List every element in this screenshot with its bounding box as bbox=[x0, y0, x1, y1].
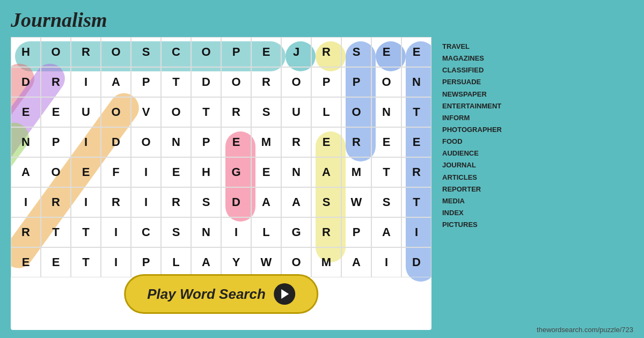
play-icon bbox=[274, 283, 295, 305]
cell-r5-c12: S bbox=[371, 187, 401, 217]
cell-r1-c5: T bbox=[161, 67, 191, 97]
cell-r2-c8: S bbox=[251, 97, 281, 127]
cell-r0-c8: E bbox=[251, 37, 281, 67]
cell-r4-c0: A bbox=[11, 157, 41, 187]
cell-r0-c0: H bbox=[11, 37, 41, 67]
cell-r0-c1: O bbox=[41, 37, 71, 67]
footer-url: thewordsearch.com/puzzle/723 bbox=[537, 326, 633, 334]
cell-r3-c8: M bbox=[251, 127, 281, 157]
cell-r3-c5: N bbox=[161, 127, 191, 157]
cell-r1-c3: A bbox=[101, 67, 131, 97]
cell-r7-c9: O bbox=[281, 247, 311, 277]
cell-r7-c11: A bbox=[341, 247, 371, 277]
cell-r6-c7: I bbox=[221, 217, 251, 247]
cell-r4-c2: E bbox=[71, 157, 101, 187]
cell-r2-c11: O bbox=[341, 97, 371, 127]
word-item: INDEX bbox=[442, 208, 507, 218]
cell-r1-c8: R bbox=[251, 67, 281, 97]
cell-r3-c4: O bbox=[131, 127, 161, 157]
cell-r7-c1: E bbox=[41, 247, 71, 277]
cell-r7-c0: E bbox=[11, 247, 41, 277]
cell-r7-c7: Y bbox=[221, 247, 251, 277]
play-button[interactable]: Play Word Search bbox=[124, 274, 318, 314]
cell-r6-c6: N bbox=[191, 217, 221, 247]
cell-r6-c11: P bbox=[341, 217, 371, 247]
cell-r3-c3: D bbox=[101, 127, 131, 157]
cell-r2-c1: E bbox=[41, 97, 71, 127]
cell-r6-c9: G bbox=[281, 217, 311, 247]
cell-r0-c4: S bbox=[131, 37, 161, 67]
cell-r4-c7: G bbox=[221, 157, 251, 187]
cell-r2-c12: N bbox=[371, 97, 401, 127]
word-item: JOURNAL bbox=[442, 160, 507, 171]
word-item: PHOTOGRAPHER bbox=[442, 124, 507, 135]
cell-r5-c9: A bbox=[281, 187, 311, 217]
cell-r0-c7: P bbox=[221, 37, 251, 67]
cell-r0-c5: C bbox=[161, 37, 191, 67]
cell-r1-c11: P bbox=[341, 67, 371, 97]
cell-r3-c6: P bbox=[191, 127, 221, 157]
main-container: Journalism bbox=[0, 0, 644, 338]
cell-r4-c11: M bbox=[341, 157, 371, 187]
cell-r4-c8: E bbox=[251, 157, 281, 187]
cell-r4-c13: R bbox=[401, 157, 431, 187]
cell-r6-c1: T bbox=[41, 217, 71, 247]
cell-r5-c3: R bbox=[101, 187, 131, 217]
cell-r3-c10: E bbox=[311, 127, 341, 157]
cell-r5-c8: A bbox=[251, 187, 281, 217]
cell-r0-c11: S bbox=[341, 37, 371, 67]
cell-r4-c6: H bbox=[191, 157, 221, 187]
cell-r7-c4: P bbox=[131, 247, 161, 277]
play-button-label: Play Word Search bbox=[147, 286, 266, 303]
cell-r2-c13: T bbox=[401, 97, 431, 127]
word-item: FOOD bbox=[442, 136, 507, 147]
cell-r5-c2: I bbox=[71, 187, 101, 217]
cell-r0-c6: O bbox=[191, 37, 221, 67]
word-item: PICTURES bbox=[442, 219, 507, 230]
cell-r2-c4: V bbox=[131, 97, 161, 127]
cell-r6-c5: S bbox=[161, 217, 191, 247]
cell-r0-c3: O bbox=[101, 37, 131, 67]
cell-r1-c12: O bbox=[371, 67, 401, 97]
cell-r0-c9: J bbox=[281, 37, 311, 67]
cell-r7-c13: D bbox=[401, 247, 431, 277]
cell-r1-c2: I bbox=[71, 67, 101, 97]
cell-r1-c6: D bbox=[191, 67, 221, 97]
cell-r6-c4: C bbox=[131, 217, 161, 247]
cell-r1-c9: O bbox=[281, 67, 311, 97]
cell-r3-c12: E bbox=[371, 127, 401, 157]
cell-r7-c10: M bbox=[311, 247, 341, 277]
page-title: Journalism bbox=[11, 8, 633, 32]
cell-r5-c0: I bbox=[11, 187, 41, 217]
cell-r6-c2: T bbox=[71, 217, 101, 247]
cell-r7-c8: W bbox=[251, 247, 281, 277]
cell-r1-c10: P bbox=[311, 67, 341, 97]
cell-r4-c1: O bbox=[41, 157, 71, 187]
cell-r2-c10: L bbox=[311, 97, 341, 127]
cell-r6-c3: I bbox=[101, 217, 131, 247]
cell-r2-c2: U bbox=[71, 97, 101, 127]
cell-r1-c7: O bbox=[221, 67, 251, 97]
word-item: ENTERTAINMENT bbox=[442, 101, 507, 112]
word-item: TRAVEL bbox=[442, 41, 507, 52]
cell-r3-c0: N bbox=[11, 127, 41, 157]
cell-r5-c6: S bbox=[191, 187, 221, 217]
word-item: NEWSPAPER bbox=[442, 89, 507, 100]
cell-r6-c10: R bbox=[311, 217, 341, 247]
word-item: PERSUADE bbox=[442, 77, 507, 87]
cell-r0-c2: R bbox=[71, 37, 101, 67]
word-item: MEDIA bbox=[442, 196, 507, 207]
cell-r4-c10: A bbox=[311, 157, 341, 187]
cell-r2-c0: E bbox=[11, 97, 41, 127]
word-item: ARTICLES bbox=[442, 172, 507, 183]
cell-r3-c13: E bbox=[401, 127, 431, 157]
cell-r0-c12: E bbox=[371, 37, 401, 67]
cell-r2-c3: O bbox=[101, 97, 131, 127]
cell-r4-c12: T bbox=[371, 157, 401, 187]
cell-r0-c10: R bbox=[311, 37, 341, 67]
cell-r7-c2: T bbox=[71, 247, 101, 277]
cell-r7-c5: L bbox=[161, 247, 191, 277]
cell-r5-c4: I bbox=[131, 187, 161, 217]
cell-r2-c5: O bbox=[161, 97, 191, 127]
cell-r7-c12: I bbox=[371, 247, 401, 277]
